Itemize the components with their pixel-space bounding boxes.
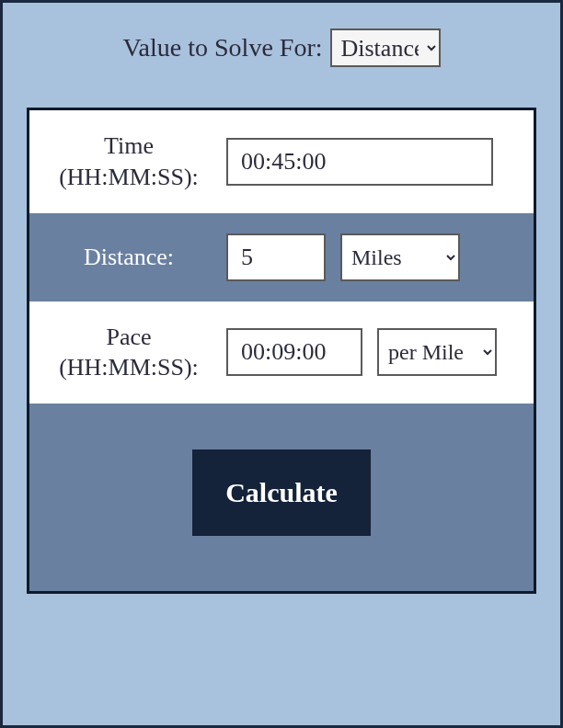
pace-unit-select[interactable]: per Mile per Kilometer xyxy=(377,328,497,376)
distance-input[interactable] xyxy=(226,233,326,281)
pace-input[interactable] xyxy=(226,328,362,376)
calculator-panel: Value to Solve For: Distance Time Pace T… xyxy=(0,0,563,728)
time-label: Time (HH:MM:SS): xyxy=(46,131,212,193)
pace-row: Pace (HH:MM:SS): per Mile per Kilometer xyxy=(29,301,534,404)
distance-label: Distance: xyxy=(46,242,212,273)
button-row: Calculate xyxy=(29,404,534,591)
form-container: Time (HH:MM:SS): Distance: Miles Kilomet… xyxy=(27,108,536,594)
time-input[interactable] xyxy=(226,138,493,186)
solve-for-select[interactable]: Distance Time Pace xyxy=(330,28,441,67)
time-row: Time (HH:MM:SS): xyxy=(29,110,534,213)
pace-label: Pace (HH:MM:SS): xyxy=(46,322,212,384)
distance-row: Distance: Miles Kilometers Meters Yards xyxy=(29,213,534,301)
solve-for-row: Value to Solve For: Distance Time Pace xyxy=(27,28,536,67)
calculate-button[interactable]: Calculate xyxy=(192,449,371,536)
solve-for-label: Value to Solve For: xyxy=(123,33,323,63)
distance-unit-select[interactable]: Miles Kilometers Meters Yards xyxy=(340,233,460,281)
